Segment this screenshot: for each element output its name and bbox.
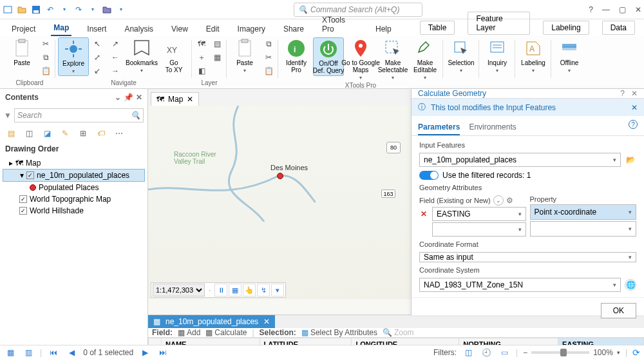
basemap-icon[interactable]: 🗺: [194, 37, 209, 50]
last-icon[interactable]: ⏭: [156, 347, 169, 358]
tab-parameters[interactable]: Parameters: [418, 120, 460, 135]
input-features-select[interactable]: ne_10m_populated_places▾: [419, 153, 621, 167]
nav-sw-icon[interactable]: ↙: [90, 64, 104, 77]
context-tab-data[interactable]: Data: [602, 21, 635, 35]
filter-icon[interactable]: ▼: [4, 111, 12, 120]
filter-ext-icon[interactable]: ◫: [462, 347, 475, 358]
tab-xtoolspro[interactable]: XTools Pro: [319, 13, 360, 36]
refresh-icon[interactable]: ⟳: [632, 347, 640, 358]
gotogoogle-button[interactable]: Go to Google Maps▾: [345, 37, 376, 82]
list-by-drawing-icon[interactable]: ▤: [5, 128, 17, 139]
contents-close-icon[interactable]: ✕: [136, 93, 142, 102]
nav-full-icon[interactable]: ⤢: [90, 51, 104, 64]
tab-help-icon[interactable]: ?: [629, 120, 638, 129]
list-by-snapping-icon[interactable]: ⊞: [77, 128, 89, 139]
add-field-button[interactable]: ▦Add: [178, 328, 200, 337]
layer-hillshade[interactable]: ✓World Hillshade: [3, 205, 145, 217]
tab-analysis[interactable]: Analysis: [122, 22, 156, 36]
contents-menu-icon[interactable]: ⌄: [115, 93, 121, 102]
paste2-button[interactable]: Paste▾: [229, 37, 260, 75]
contents-search[interactable]: Search🔍: [14, 108, 144, 122]
calculate-field-button[interactable]: ▦Calculate: [205, 328, 247, 337]
tab-edit[interactable]: Edit: [204, 22, 222, 36]
undo-dropdown-icon[interactable]: ▾: [59, 5, 70, 15]
help-icon[interactable]: ?: [589, 5, 593, 14]
prev-icon[interactable]: ◀: [65, 347, 78, 358]
clip-c-icon[interactable]: 📋: [261, 64, 276, 77]
layer-topographic[interactable]: ✓World Topographic Map: [3, 193, 145, 205]
first-icon[interactable]: ⏮: [47, 347, 60, 358]
folder-icon[interactable]: [102, 5, 112, 15]
tab-insert[interactable]: Insert: [84, 22, 109, 36]
bookmarks-button[interactable]: Bookmarks▾: [126, 37, 157, 75]
makeeditable-button[interactable]: Make Editable▾: [410, 37, 440, 82]
nav-nw-icon[interactable]: ↖: [90, 37, 104, 50]
layer-populated-places[interactable]: ▾✓ne_10m_populated_places: [3, 169, 145, 182]
grid-icon[interactable]: ▦: [229, 284, 242, 296]
tab-help[interactable]: Help: [373, 22, 394, 36]
field-gear-icon[interactable]: ⚙: [506, 196, 515, 205]
globe-icon[interactable]: 🌐: [625, 279, 636, 291]
pin-icon[interactable]: 📌: [124, 93, 133, 102]
clip-a-icon[interactable]: ⧉: [261, 37, 276, 50]
scale-select[interactable]: 1:1,472,303: [153, 284, 205, 296]
zoom-slider[interactable]: [531, 351, 589, 354]
labeling-button[interactable]: A Labeling▾: [518, 37, 549, 75]
nav-ne-icon[interactable]: ↗: [108, 37, 122, 50]
addpreset-icon[interactable]: ◧: [194, 64, 209, 77]
minimize-icon[interactable]: —: [602, 5, 610, 14]
close-icon[interactable]: ✕: [635, 5, 641, 14]
calc-help-icon[interactable]: ?: [620, 89, 625, 98]
identifypro-button[interactable]: i Identify Pro: [281, 37, 312, 75]
remove-row-icon[interactable]: ✕: [419, 209, 428, 218]
list-by-source-icon[interactable]: ◫: [23, 128, 35, 139]
makeselectable-button[interactable]: Make Selectable▾: [377, 37, 408, 82]
offline-button[interactable]: Offline▾: [554, 37, 585, 75]
map-tab-close-icon[interactable]: ✕: [187, 95, 193, 104]
new-project-icon[interactable]: [3, 5, 13, 15]
info-close-icon[interactable]: ✕: [631, 103, 638, 112]
layer-a-icon[interactable]: ▤: [210, 37, 224, 50]
selection-button[interactable]: Selection▾: [446, 37, 477, 75]
ok-button[interactable]: OK: [601, 303, 636, 318]
filtered-toggle[interactable]: [419, 171, 439, 180]
copy-icon[interactable]: ⧉: [39, 51, 53, 64]
layer-b-icon[interactable]: ▦: [210, 51, 224, 64]
calc-close-icon[interactable]: ✕: [631, 89, 638, 98]
adddata-icon[interactable]: ＋: [194, 51, 209, 64]
copypath-icon[interactable]: 📋: [39, 64, 53, 77]
undo-icon[interactable]: ↶: [45, 5, 55, 15]
gotoxy-button[interactable]: XY Go To XY: [158, 37, 189, 75]
map-tab[interactable]: 🗺Map✕: [151, 92, 199, 106]
qat-customize-icon[interactable]: ▾: [116, 5, 126, 15]
coord-system-select[interactable]: NAD_1983_UTM_Zone_15N▾: [419, 278, 621, 292]
tab-share[interactable]: Share: [281, 22, 307, 36]
filter-range-icon[interactable]: ▭: [498, 347, 511, 358]
drop-icon[interactable]: ▾: [271, 284, 284, 296]
redo-icon[interactable]: ↷: [73, 5, 84, 15]
nav-next-icon[interactable]: →: [108, 64, 122, 77]
filter-time-icon[interactable]: 🕘: [480, 347, 493, 358]
clip-b-icon[interactable]: ✂: [261, 51, 276, 64]
list-by-labeling-icon[interactable]: 🏷: [95, 128, 107, 139]
onoff-defquery-button[interactable]: On/Off Def. Query: [313, 37, 344, 76]
tab-view[interactable]: View: [169, 22, 191, 36]
showall-icon[interactable]: ▦: [4, 347, 17, 358]
property-select[interactable]: Point x-coordinate▾: [530, 204, 637, 220]
corrections-icon[interactable]: ↯: [257, 284, 270, 296]
attr-table-tab[interactable]: ▦ ne_10m_populated_places ✕: [148, 315, 275, 328]
property-select-empty[interactable]: ▾: [530, 221, 637, 237]
coord-format-select[interactable]: Same as input▾: [419, 252, 636, 262]
field-chevron-icon[interactable]: ⌄: [493, 195, 504, 206]
inquiry-button[interactable]: Inquiry▾: [482, 37, 513, 75]
tab-environments[interactable]: Environments: [469, 120, 516, 135]
redo-dropdown-icon[interactable]: ▾: [88, 5, 98, 15]
sublayer-populated[interactable]: Populated Places: [3, 182, 145, 193]
context-tab-featurelayer[interactable]: Feature Layer: [468, 12, 530, 35]
nav-prev-icon[interactable]: ←: [108, 51, 122, 64]
tab-map[interactable]: Map: [51, 21, 71, 36]
explore-button[interactable]: Explore▾: [58, 37, 89, 76]
pause-icon[interactable]: ⏸: [214, 284, 227, 296]
field-select-empty[interactable]: ▾: [432, 222, 526, 237]
maximize-icon[interactable]: ▢: [619, 5, 626, 14]
